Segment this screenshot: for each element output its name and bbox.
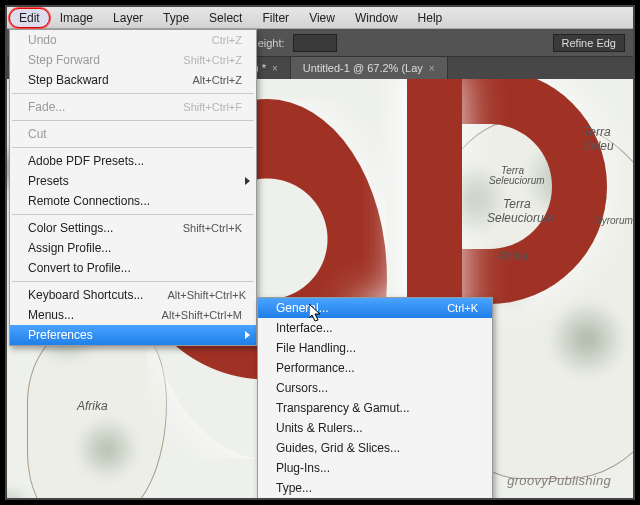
map-label: Terra <box>583 125 611 139</box>
map-label: Syrorum <box>595 215 633 226</box>
map-label: Seleu <box>583 139 614 153</box>
edit-menu-item[interactable]: Preferences <box>10 325 256 345</box>
menu-select[interactable]: Select <box>199 8 252 28</box>
shortcut: Alt+Ctrl+Z <box>192 74 242 86</box>
edit-menu-item[interactable]: Keyboard Shortcuts...Alt+Shift+Ctrl+K <box>10 285 256 305</box>
separator <box>12 281 254 282</box>
separator <box>12 93 254 94</box>
prefs-menu-item[interactable]: Transparency & Gamut... <box>258 398 492 418</box>
menu-filter[interactable]: Filter <box>252 8 299 28</box>
edit-menu-item: UndoCtrl+Z <box>10 30 256 50</box>
map-label: Terra <box>503 197 531 211</box>
map-label: Seleuciorum <box>489 175 545 186</box>
preferences-submenu: General...Ctrl+KInterface...File Handlin… <box>257 297 493 500</box>
shortcut: Shift+Ctrl+K <box>183 222 242 234</box>
separator <box>12 120 254 121</box>
prefs-menu-item[interactable]: Plug-Ins... <box>258 458 492 478</box>
close-icon[interactable]: × <box>429 63 435 74</box>
menu-view[interactable]: View <box>299 8 345 28</box>
shortcut: Ctrl+Z <box>212 34 242 46</box>
prefs-menu-item[interactable]: File Handling... <box>258 338 492 358</box>
prefs-menu-item[interactable]: Performance... <box>258 358 492 378</box>
menubar: EditImageLayerTypeSelectFilterViewWindow… <box>7 7 633 29</box>
edit-menu-item[interactable]: Step BackwardAlt+Ctrl+Z <box>10 70 256 90</box>
menu-image[interactable]: Image <box>50 8 103 28</box>
edit-menu-item[interactable]: Remote Connections... <box>10 191 256 211</box>
submenu-arrow-icon <box>245 331 250 339</box>
prefs-menu-item[interactable]: Cursors... <box>258 378 492 398</box>
map-label: Seleuciorum <box>487 211 554 225</box>
shortcut: Shift+Ctrl+F <box>183 101 242 113</box>
edit-menu-item: Fade...Shift+Ctrl+F <box>10 97 256 117</box>
close-icon[interactable]: × <box>272 63 278 74</box>
separator <box>12 214 254 215</box>
menu-help[interactable]: Help <box>408 8 453 28</box>
shortcut: Ctrl+K <box>447 302 478 314</box>
prefs-menu-item[interactable]: Interface... <box>258 318 492 338</box>
edit-menu-item: Step ForwardShift+Ctrl+Z <box>10 50 256 70</box>
menu-layer[interactable]: Layer <box>103 8 153 28</box>
map-label-afrika: Afrika <box>77 399 108 413</box>
edit-menu-item[interactable]: Adobe PDF Presets... <box>10 151 256 171</box>
refine-edge-button[interactable]: Refine Edg <box>553 34 625 52</box>
submenu-arrow-icon <box>245 177 250 185</box>
edit-menu-item: Cut <box>10 124 256 144</box>
watermark: groovyPublishing <box>507 473 611 488</box>
edit-menu: UndoCtrl+ZStep ForwardShift+Ctrl+ZStep B… <box>9 29 257 346</box>
shortcut: Shift+Ctrl+Z <box>183 54 242 66</box>
prefs-menu-item[interactable]: General...Ctrl+K <box>258 298 492 318</box>
menu-edit[interactable]: Edit <box>9 8 50 28</box>
edit-menu-item[interactable]: Menus...Alt+Shift+Ctrl+M <box>10 305 256 325</box>
shortcut: Alt+Shift+Ctrl+K <box>167 289 246 301</box>
prefs-menu-item[interactable]: Guides, Grid & Slices... <box>258 438 492 458</box>
menu-window[interactable]: Window <box>345 8 408 28</box>
edit-menu-item[interactable]: Assign Profile... <box>10 238 256 258</box>
prefs-menu-item[interactable]: Units & Rulers... <box>258 418 492 438</box>
edit-menu-item[interactable]: Presets <box>10 171 256 191</box>
map-label-afrika: Afrika <box>497 249 528 263</box>
separator <box>12 147 254 148</box>
shortcut: Alt+Shift+Ctrl+M <box>162 309 242 321</box>
menu-type[interactable]: Type <box>153 8 199 28</box>
height-input[interactable] <box>293 34 337 52</box>
document-tab[interactable]: Untitled-1 @ 67.2% (Lay× <box>291 57 448 79</box>
edit-menu-item[interactable]: Color Settings...Shift+Ctrl+K <box>10 218 256 238</box>
prefs-menu-item[interactable]: Type... <box>258 478 492 498</box>
edit-menu-item[interactable]: Convert to Profile... <box>10 258 256 278</box>
